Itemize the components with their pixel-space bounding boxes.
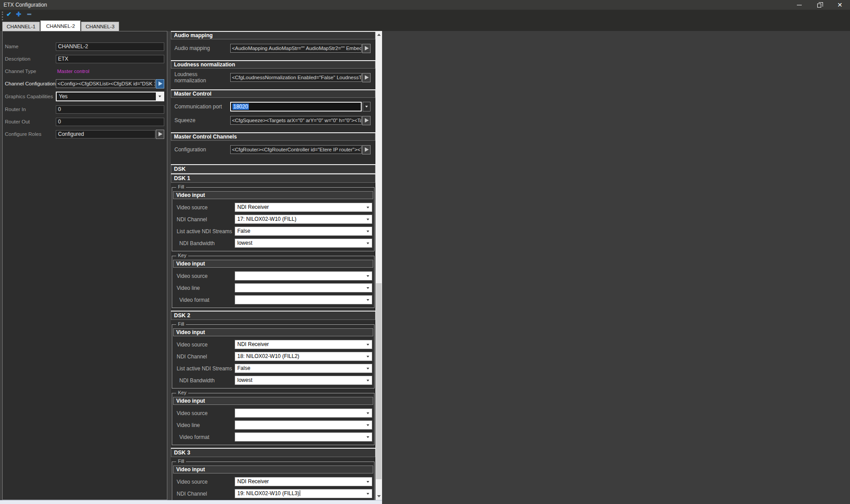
chevron-down-icon [367, 424, 369, 426]
dropdown-button[interactable] [364, 284, 372, 292]
confirm-icon[interactable]: ✔ [4, 11, 13, 18]
dropdown-button[interactable] [364, 364, 372, 373]
audio-mapping-browse-button[interactable] [362, 44, 371, 53]
squeeze-input[interactable]: <CfgSqueeze><Targets arX="0" arY="0" w="… [230, 116, 362, 125]
dropdown-button[interactable] [364, 421, 372, 429]
tab-channel-2[interactable]: CHANNEL-2 [40, 20, 81, 31]
dropdown-button[interactable] [364, 409, 372, 417]
chevron-down-icon [367, 287, 369, 289]
graphics-capabilities-select[interactable]: Yes [56, 92, 164, 101]
video-source-row: Video source [177, 408, 372, 418]
add-icon[interactable]: ✚ [14, 11, 23, 18]
section-master-control: Master Control [171, 89, 375, 98]
video-input-header: Video input [173, 397, 373, 405]
video-format-select[interactable] [235, 295, 372, 304]
video-format-row: Video format [177, 432, 372, 442]
dropdown-button[interactable] [364, 489, 372, 498]
configure-roles-input[interactable]: Configured [56, 130, 155, 139]
channel-type-label: Channel Type [5, 69, 56, 74]
scroll-down-button[interactable] [375, 492, 382, 500]
squeeze-browse-button[interactable] [362, 116, 371, 125]
ndi-bandwidth-row: NDI Bandwidth lowest [177, 239, 372, 248]
dropdown-button[interactable] [364, 239, 372, 247]
restore-button[interactable] [809, 0, 830, 10]
name-input[interactable]: CHANNEL-2 [56, 42, 164, 51]
horizontal-scrollbar[interactable] [0, 500, 382, 504]
tab-channel-1[interactable]: CHANNEL-1 [2, 22, 40, 31]
mcc-configuration-browse-button[interactable] [362, 145, 371, 154]
loudness-normalization-browse-button[interactable] [362, 73, 371, 82]
ndi-channel-select[interactable]: 17: NILOX02-W10 (FILL) [235, 215, 372, 224]
ndi-bandwidth-select[interactable]: lowest [235, 239, 372, 248]
play-icon [365, 147, 369, 152]
list-active-ndi-streams-select[interactable]: False [235, 227, 372, 236]
tab-channel-3[interactable]: CHANNEL-3 [81, 22, 119, 31]
router-in-input[interactable]: 0 [56, 105, 164, 114]
communication-port-combobox[interactable]: 18020 [230, 102, 362, 112]
tab-bar: CHANNEL-1 CHANNEL-2 CHANNEL-3 [2, 20, 120, 31]
close-button[interactable]: ✕ [830, 0, 850, 10]
minimize-icon [797, 5, 802, 5]
video-input-header: Video input [173, 466, 373, 473]
dropdown-button[interactable] [364, 340, 372, 349]
configure-roles-browse-button[interactable] [156, 130, 164, 139]
dropdown-button[interactable] [364, 352, 372, 361]
video-source-select[interactable]: NDI Receiver [235, 340, 372, 349]
dropdown-button[interactable] [364, 215, 372, 223]
dropdown-button[interactable] [364, 203, 372, 212]
dropdown-button[interactable] [364, 376, 372, 385]
list-active-ndi-streams-select[interactable]: False [235, 364, 372, 373]
chevron-down-icon [367, 481, 369, 483]
chevron-down-icon [367, 275, 369, 277]
play-icon [158, 81, 162, 86]
video-source-select[interactable] [235, 408, 372, 418]
audio-mapping-input[interactable]: <AudioMapping AudioMapStr="" AudioMapStr… [230, 44, 362, 53]
group-label: Fill [176, 321, 186, 327]
loudness-normalization-input[interactable]: <CfgLoudnessNormalization Enabled="False… [230, 73, 362, 82]
video-line-select[interactable] [235, 283, 372, 292]
channel-configuration-browse-button[interactable] [156, 79, 164, 88]
ndi-bandwidth-value: lowest [235, 239, 364, 247]
video-source-select[interactable]: NDI Receiver [235, 203, 372, 212]
router-out-input[interactable]: 0 [56, 118, 164, 126]
section-dsk2: DSK 2 [171, 311, 375, 320]
dropdown-button[interactable] [364, 296, 372, 304]
chevron-down-icon [367, 344, 369, 346]
dropdown-button[interactable] [364, 433, 372, 441]
chevron-down-icon [367, 207, 369, 208]
video-format-value [235, 296, 364, 304]
ndi-bandwidth-select[interactable]: lowest [235, 376, 372, 385]
scrollbar-thumb[interactable] [376, 283, 382, 479]
minimize-button[interactable] [789, 0, 809, 10]
dropdown-button[interactable] [364, 272, 372, 280]
vertical-scrollbar[interactable] [375, 31, 382, 500]
description-label: Description [5, 56, 56, 62]
video-format-select[interactable] [235, 432, 372, 442]
loudness-normalization-label: Loudness normalization [174, 71, 230, 84]
video-format-label: Video format [177, 434, 235, 440]
channel-configuration-input[interactable]: <Config><CfgDSKList><CfgDSK id="DSK 1"><… [56, 79, 155, 88]
dropdown-button[interactable] [364, 477, 372, 486]
list-active-ndi-streams-label: List active NDI Streams [177, 228, 235, 235]
video-line-select[interactable] [235, 420, 372, 430]
grip-handle[interactable] [2, 12, 3, 20]
remove-icon[interactable]: ━ [25, 11, 34, 18]
scroll-up-button[interactable] [375, 31, 382, 38]
mcc-configuration-input[interactable]: <CfgRouter><CfgRouterController id="Eter… [230, 145, 362, 154]
description-input[interactable]: ETX [56, 55, 164, 63]
ndi-channel-select[interactable]: 19: NILOX02-W10 (FILL3) [235, 489, 372, 498]
ndi-channel-select[interactable]: 18: NILOX02-W10 (FILL2) [235, 352, 372, 361]
video-source-select[interactable]: NDI Receiver [235, 477, 372, 486]
dsk1-key-group: Key Video input Video source Video line … [172, 256, 375, 308]
video-source-label: Video source [177, 410, 235, 416]
group-label: Fill [176, 458, 186, 464]
video-line-row: Video line [177, 420, 372, 430]
dropdown-button[interactable] [364, 227, 372, 235]
communication-port-dropdown-button[interactable] [363, 102, 371, 112]
section-dsk1: DSK 1 [171, 173, 375, 183]
video-input-header: Video input [173, 191, 373, 199]
communication-port-value: 18020 [232, 104, 249, 110]
video-source-select[interactable] [235, 271, 372, 281]
channel-configuration-label: Channel Configuration [5, 81, 56, 86]
dropdown-button[interactable] [156, 92, 163, 100]
